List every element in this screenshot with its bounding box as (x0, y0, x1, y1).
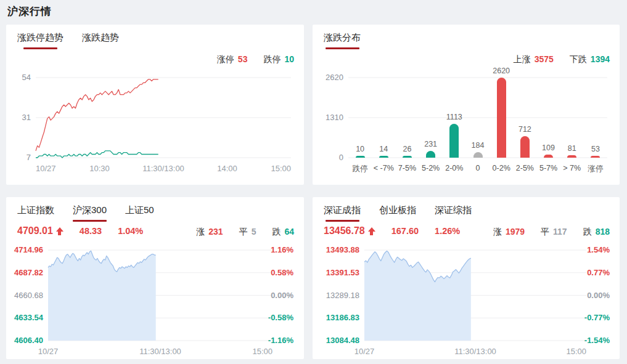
bar-< -7%[interactable] (379, 156, 388, 158)
series-涨停 (36, 79, 158, 151)
legend-advancers: 上涨 3575 (514, 54, 554, 65)
panel-sh-index: 上证指数 沪深300 上证50 4709.01 48.33 1.04% 涨 23… (6, 197, 304, 359)
legend-value: 10 (284, 54, 294, 64)
legend-label: 上涨 (514, 54, 531, 65)
active-tab-underline (73, 220, 107, 222)
arrow-up-icon (368, 227, 375, 235)
bar-value-label: 1113 (446, 113, 462, 121)
bar-value-label: 53 (591, 145, 600, 153)
tab-label: 深证成指 (324, 204, 361, 215)
bar-category-label: 涨停 (588, 164, 603, 174)
distribution-chart[interactable]: 26201310010跌停14< -7%267-5%2315-2%11132-0… (324, 73, 612, 180)
tab-limit-updown-trend[interactable]: 涨跌停趋势 (17, 32, 64, 49)
stat-unchanged: 平 5 (239, 227, 256, 238)
page-title: 沪深行情 (7, 4, 52, 18)
y-axis-tick: 13493.88 (315, 245, 359, 255)
stat-decliners: 跌 64 (272, 227, 294, 238)
y-axis-tick: 13391.53 (315, 268, 359, 278)
distribution-legend: 上涨 3575 下跌 1394 (514, 54, 610, 65)
x-axis-tick: 10/27 (354, 347, 375, 356)
limit-trend-chart[interactable]: 5431710/2710:3011:30/13:0014:0015:00 (17, 73, 295, 180)
legend-label: 下跌 (570, 54, 587, 65)
y-axis-tick: 13289.18 (315, 291, 359, 301)
bar-2-5%[interactable] (520, 136, 530, 158)
right-axis-tick: -0.58% (263, 313, 293, 323)
y-axis-tick: 13084.48 (315, 336, 359, 346)
x-axis-tick: 10:30 (89, 164, 110, 173)
bar-value-label: 231 (424, 140, 437, 148)
tab-csi300[interactable]: 沪深300 (73, 204, 107, 222)
legend-label: 跌停 (263, 54, 281, 65)
tab-label: 上证指数 (17, 204, 54, 215)
x-axis-tick: 10/27 (38, 347, 59, 356)
x-axis-tick: 11:30/13:00 (454, 347, 496, 356)
panel-sz-index: 深证成指 创业板指 深证综指 13456.78 167.60 1.26% 涨 1… (313, 197, 620, 359)
tab-shanghai-composite[interactable]: 上证指数 (17, 204, 54, 222)
bar-2-0%[interactable] (449, 124, 459, 158)
index-price: 13456.78 (324, 225, 375, 237)
tab-label: 创业板指 (379, 204, 416, 215)
x-axis-tick: 14:00 (217, 164, 237, 173)
bar-value-label: 2620 (493, 67, 510, 75)
distribution-tabs: 涨跌分布 (324, 32, 361, 49)
y-axis-tick: 54 (17, 73, 31, 83)
bar-7-5%[interactable] (403, 156, 412, 158)
sz-stats-row: 涨 1979 平 117 跌 818 (493, 227, 610, 238)
bar-category-label: 0-2% (493, 164, 510, 172)
right-axis-tick: 0.00% (579, 291, 610, 301)
bar-category-label: > 7% (563, 164, 581, 172)
active-tab-underline (326, 47, 359, 49)
tab-label: 涨跌分布 (324, 32, 361, 42)
tab-chinext[interactable]: 创业板指 (379, 204, 416, 222)
bar-5-7%[interactable] (544, 155, 553, 158)
sz-quote-row: 13456.78 167.60 1.26% (324, 225, 460, 237)
bar-value-label: 81 (568, 144, 576, 153)
x-axis-tick: 15:00 (271, 164, 291, 173)
x-axis-tick: 10/27 (36, 164, 56, 173)
sh-quote-row: 4709.01 48.33 1.04% (17, 225, 143, 237)
bar-value-label: 14 (379, 145, 388, 153)
sh-stats-row: 涨 231 平 5 跌 64 (196, 227, 294, 238)
tab-sse50[interactable]: 上证50 (125, 204, 159, 222)
tab-label: 沪深300 (73, 204, 107, 215)
bar-0-2%[interactable] (497, 78, 506, 158)
tab-updown-trend[interactable]: 涨跌趋势 (82, 32, 119, 49)
right-axis-tick: -0.77% (579, 313, 610, 323)
bar-value-label: 184 (472, 141, 485, 150)
bar-category-label: 0 (476, 164, 480, 172)
tab-szse-component[interactable]: 深证成指 (324, 204, 361, 222)
bar-value-label: 109 (542, 144, 555, 152)
right-axis-tick: 0.58% (263, 268, 293, 278)
active-tab-underline (23, 47, 57, 49)
bar-value-label: 10 (356, 145, 364, 153)
bar-0[interactable] (473, 152, 483, 158)
y-axis-tick: 0 (324, 153, 343, 163)
sh-index-tabs: 上证指数 沪深300 上证50 (17, 204, 159, 222)
right-axis-tick: -1.16% (263, 336, 293, 346)
csi300-chart[interactable]: 4714.961.16%4687.820.58%4660.680.00%4633… (9, 245, 293, 356)
legend-limit-down: 跌停 10 (263, 54, 294, 65)
y-axis-tick: 2620 (324, 73, 343, 83)
x-axis-tick: 15:00 (566, 347, 586, 356)
bar-跌停[interactable] (356, 156, 365, 158)
y-axis-tick: 4660.68 (9, 291, 43, 301)
szse-component-chart[interactable]: 13493.881.54%13391.530.77%13289.180.00%1… (315, 245, 610, 356)
legend-value: 53 (238, 54, 248, 64)
tab-szse-composite[interactable]: 深证综指 (435, 204, 472, 222)
panel-limit-trend: 涨跌停趋势 涨跌趋势 涨停 53 跌停 10 5431710/2710:3011… (6, 25, 304, 185)
tab-label: 上证50 (125, 204, 154, 215)
bar-涨停[interactable] (591, 156, 600, 158)
tab-label: 涨跌停趋势 (17, 32, 64, 42)
legend-decliners: 下跌 1394 (570, 54, 610, 65)
series-跌停 (36, 151, 158, 158)
stat-unchanged: 平 117 (541, 227, 567, 238)
legend-label: 涨停 (217, 54, 234, 65)
y-axis-tick: 7 (17, 153, 31, 163)
bar-> 7%[interactable] (567, 155, 576, 158)
tab-distribution[interactable]: 涨跌分布 (324, 32, 361, 49)
y-axis-tick: 4633.54 (9, 313, 43, 323)
y-axis-tick: 4714.96 (9, 245, 43, 255)
sz-index-tabs: 深证成指 创业板指 深证综指 (324, 204, 472, 222)
right-axis-tick: 1.16% (263, 245, 293, 255)
bar-category-label: < -7% (374, 164, 394, 172)
